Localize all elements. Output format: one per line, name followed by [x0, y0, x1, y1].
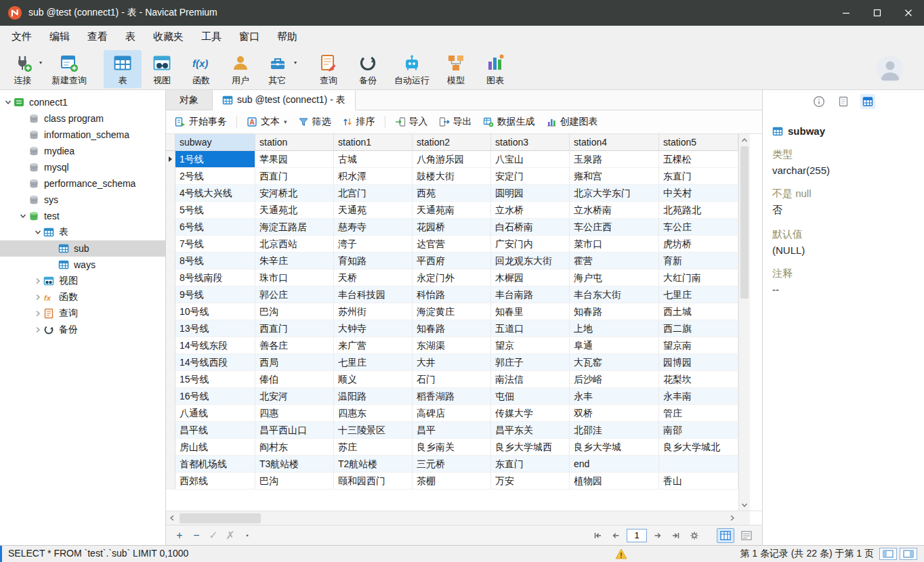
grid-cell[interactable]: 16号线	[175, 388, 255, 405]
grid-cell[interactable]: 香山	[659, 473, 738, 490]
tree-item-mysql[interactable]: mysql	[0, 159, 165, 175]
grid-cell[interactable]: 苏州街	[334, 303, 413, 320]
toolbar-button-model[interactable]: 模型	[437, 50, 475, 88]
row-indicator[interactable]	[166, 185, 175, 202]
columns-button[interactable]	[860, 94, 875, 109]
toolbar-button-query[interactable]: 查询	[310, 50, 348, 88]
grid-cell[interactable]: 稻香湖路	[413, 388, 491, 405]
grid-cell[interactable]: 来广营	[334, 337, 413, 354]
grid-cell[interactable]: 大瓦窑	[570, 354, 659, 371]
grid-cell[interactable]: 霍营	[570, 253, 659, 269]
close-button[interactable]	[893, 0, 924, 26]
tab-table-sub[interactable]: sub @test (connect1) - 表	[213, 90, 356, 110]
grid-cell[interactable]: 海淀黄庄	[413, 303, 491, 320]
grid-cell[interactable]: 积水潭	[334, 168, 413, 185]
data-toolbar-chart-button[interactable]: 创建图表	[541, 113, 603, 131]
toolbar-button-view[interactable]: 视图	[143, 50, 181, 88]
grid-cell[interactable]: 安定门	[491, 168, 570, 185]
grid-cell[interactable]: 南邵	[659, 422, 738, 439]
grid-cell[interactable]: 高碑店	[413, 405, 491, 422]
grid-cell[interactable]: 知春路	[570, 303, 659, 320]
grid-cell[interactable]: 西二旗	[659, 320, 738, 337]
tree-item-node-12[interactable]: fx函数	[0, 289, 165, 305]
tree-item-node-14[interactable]: 备份	[0, 322, 165, 338]
tree-item-sub[interactable]: sub	[0, 240, 165, 257]
row-indicator[interactable]	[166, 219, 175, 236]
row-indicator[interactable]	[166, 269, 175, 286]
grid-cell[interactable]: 郭庄子	[491, 354, 570, 371]
row-indicator[interactable]	[166, 253, 175, 269]
tree-item-information-schema[interactable]: information_schema	[0, 127, 165, 143]
grid-cell[interactable]: 6号线	[175, 219, 255, 236]
vertical-scrollbar-thumb[interactable]	[740, 146, 749, 299]
toggle-information-pane-button[interactable]	[900, 548, 917, 560]
grid-cell[interactable]: 巴沟	[255, 303, 334, 320]
grid-cell[interactable]: 东直门	[491, 456, 570, 473]
grid-cell[interactable]: 管庄	[659, 405, 738, 422]
data-toolbar-transaction-button[interactable]: 开始事务	[170, 113, 232, 131]
data-toolbar-sort-button[interactable]: 排序	[337, 113, 380, 131]
grid-cell[interactable]: 1号线	[175, 151, 255, 168]
grid-cell[interactable]: 颐和园西门	[334, 473, 413, 490]
delete-record-button[interactable]: −	[190, 529, 203, 542]
grid-cell[interactable]: 阎村东	[255, 439, 334, 456]
grid-cell[interactable]: 七里庄	[659, 286, 738, 303]
column-header-station[interactable]: station	[255, 134, 334, 151]
toolbar-button-automation[interactable]: 自动运行	[388, 50, 436, 88]
grid-cell[interactable]: 立水桥	[491, 202, 570, 219]
row-indicator[interactable]	[166, 439, 175, 456]
grid-cell[interactable]: 五棵松	[659, 151, 738, 168]
grid-cell[interactable]: 安河桥北	[255, 185, 334, 202]
data-toolbar-text-format-button[interactable]: A文本▾	[242, 113, 292, 131]
toggle-navigation-pane-button[interactable]	[879, 548, 897, 560]
maximize-button[interactable]	[862, 0, 893, 26]
grid-cell[interactable]: 苏庄	[334, 439, 413, 456]
toolbar-button-backup[interactable]: 备份	[349, 50, 387, 88]
first-record-button[interactable]	[590, 529, 605, 542]
toolbar-button-charts[interactable]: 图表	[476, 50, 514, 88]
menu-view[interactable]: 查看	[79, 26, 117, 48]
grid-cell[interactable]: 北邵洼	[570, 422, 659, 439]
grid-cell[interactable]: 中关村	[659, 185, 738, 202]
grid-cell[interactable]	[659, 456, 738, 473]
row-indicator[interactable]	[166, 202, 175, 219]
grid-cell[interactable]: 石门	[413, 371, 491, 388]
data-toolbar-import-button[interactable]: 导入	[390, 113, 433, 131]
grid-cell[interactable]: 八角游乐园	[413, 151, 491, 168]
grid-cell[interactable]: 良乡南关	[413, 439, 491, 456]
add-record-button[interactable]: +	[173, 529, 186, 542]
grid-cell[interactable]: 北宫门	[334, 185, 413, 202]
grid-cell[interactable]: 八宝山	[491, 151, 570, 168]
column-header-station2[interactable]: station2	[413, 134, 491, 151]
user-avatar[interactable]	[877, 56, 904, 83]
grid-cell[interactable]: 回龙观东大街	[491, 253, 570, 269]
grid-cell[interactable]: 大红门南	[659, 269, 738, 286]
grid-cell[interactable]: 古城	[334, 151, 413, 168]
grid-cell[interactable]: 达官营	[413, 236, 491, 253]
toolbar-button-function[interactable]: f(x)函数	[182, 50, 220, 88]
grid-cell[interactable]: 十三陵景区	[334, 422, 413, 439]
row-indicator[interactable]	[166, 456, 175, 473]
grid-cell[interactable]: 慈寿寺	[334, 219, 413, 236]
row-indicator[interactable]	[166, 388, 175, 405]
grid-cell[interactable]: 14号线西段	[175, 354, 255, 371]
collapsed-arrow-icon[interactable]	[33, 310, 43, 317]
data-toolbar-datagen-button[interactable]: 数据生成	[478, 113, 540, 131]
grid-cell[interactable]: 朱辛庄	[255, 253, 334, 269]
tree-item-ways[interactable]: ways	[0, 257, 165, 273]
grid-cell[interactable]: 天通苑	[334, 202, 413, 219]
grid-cell[interactable]: 北苑路北	[659, 202, 738, 219]
grid-cell[interactable]: 5号线	[175, 202, 255, 219]
row-indicator[interactable]	[166, 151, 175, 168]
grid-cell[interactable]: 茶棚	[413, 473, 491, 490]
grid-cell[interactable]: 天通苑北	[255, 202, 334, 219]
grid-cell[interactable]: 玉泉路	[570, 151, 659, 168]
menu-edit[interactable]: 编辑	[41, 26, 79, 48]
grid-cell[interactable]: 传媒大学	[491, 405, 570, 422]
grid-cell[interactable]: 良乡大学城北	[659, 439, 738, 456]
row-indicator[interactable]	[166, 236, 175, 253]
grid-cell[interactable]: 8号线南段	[175, 269, 255, 286]
grid-cell[interactable]: 15号线	[175, 371, 255, 388]
menu-help[interactable]: 帮助	[268, 26, 306, 48]
grid-cell[interactable]: 万安	[491, 473, 570, 490]
